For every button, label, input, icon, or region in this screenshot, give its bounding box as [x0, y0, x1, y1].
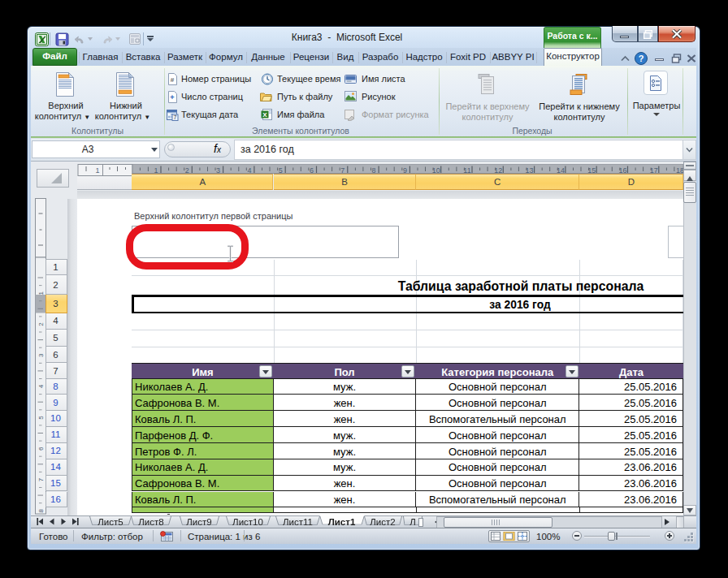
svg-text:1: 1 [95, 166, 99, 175]
svg-text:7: 7 [174, 114, 177, 120]
svg-text:2: 2 [37, 322, 45, 326]
svg-text:X: X [262, 111, 267, 119]
svg-text:+: + [170, 93, 174, 101]
svg-text:1: 1 [37, 291, 45, 295]
svg-text:3: 3 [37, 353, 45, 357]
svg-text:7: 7 [37, 477, 45, 481]
svg-text:8: 8 [37, 509, 45, 513]
svg-text:6: 6 [37, 446, 45, 451]
svg-text:4: 4 [37, 384, 45, 388]
svg-text:5: 5 [37, 416, 45, 420]
svg-text:?: ? [639, 54, 644, 63]
svg-text:#: # [171, 76, 175, 84]
